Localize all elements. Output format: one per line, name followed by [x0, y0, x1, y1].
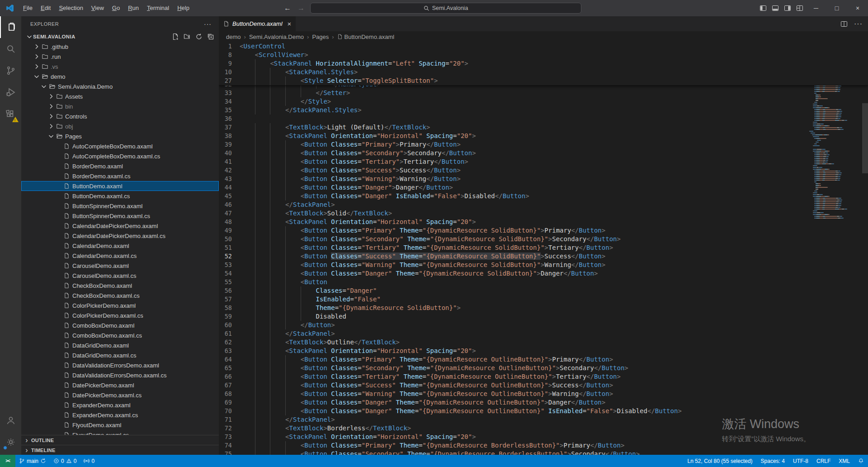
tree-item-.vs[interactable]: .vs	[21, 62, 219, 71]
tree-root[interactable]: SEMI.AVALONIA	[21, 32, 219, 42]
explorer-icon[interactable]	[0, 16, 21, 38]
tree-item-comboboxdemo.axaml[interactable]: ComboBoxDemo.axaml	[21, 320, 219, 330]
tree-item-autocompleteboxdemo.axaml[interactable]: AutoCompleteBoxDemo.axaml	[21, 141, 219, 151]
chevron-spacer	[55, 222, 62, 229]
code-line-68: 68<Button Classes="Warning" Theme="{Dyna…	[219, 390, 868, 398]
refresh-icon[interactable]	[195, 33, 203, 40]
outline-section[interactable]: › OUTLINE	[21, 435, 219, 445]
tree-item-checkboxdemo.axaml[interactable]: CheckBoxDemo.axaml	[21, 281, 219, 291]
toggle-secondary-sidebar-icon[interactable]	[781, 0, 793, 16]
tree-item-obj[interactable]: obj	[21, 121, 219, 131]
tree-item-datagriddemo.axaml.cs[interactable]: DataGridDemo.axaml.cs	[21, 350, 219, 360]
tab-close-icon[interactable]: ×	[288, 20, 292, 28]
menu-go[interactable]: Go	[108, 0, 124, 16]
close-button[interactable]: ×	[847, 0, 868, 16]
tab-buttondemo[interactable]: ButtonDemo.axaml ×	[219, 16, 296, 31]
breadcrumb-item-semi.avalonia.demo[interactable]: Semi.Avalonia.Demo	[249, 33, 304, 40]
tree-item-expanderdemo.axaml[interactable]: ExpanderDemo.axaml	[21, 400, 219, 410]
menu-edit[interactable]: Edit	[37, 0, 55, 16]
menu-view[interactable]: View	[87, 0, 108, 16]
indentation-setting[interactable]: Spaces: 4	[757, 455, 789, 467]
language-mode[interactable]: XML	[835, 455, 854, 467]
tree-item-.github[interactable]: .github	[21, 42, 219, 52]
tree-item-expanderdemo.axaml.cs[interactable]: ExpanderDemo.axaml.cs	[21, 410, 219, 420]
tree-item-datavalidationerrorsdemo.axaml[interactable]: DataValidationErrorsDemo.axaml	[21, 360, 219, 370]
breadcrumb-item-demo[interactable]: demo	[226, 33, 241, 40]
toggle-panel-icon[interactable]	[769, 0, 781, 16]
tree-item-datavalidationerrorsdemo.axaml.cs[interactable]: DataValidationErrorsDemo.axaml.cs	[21, 370, 219, 380]
tree-item-flyoutdemo.axaml[interactable]: FlyoutDemo.axaml	[21, 420, 219, 430]
tree-item-borderdemo.axaml.cs[interactable]: BorderDemo.axaml.cs	[21, 171, 219, 181]
tree-item-checkboxdemo.axaml.cs[interactable]: CheckBoxDemo.axaml.cs	[21, 291, 219, 300]
tree-item-borderdemo.axaml[interactable]: BorderDemo.axaml	[21, 161, 219, 171]
vertical-scrollbar[interactable]	[862, 103, 868, 173]
branch-indicator[interactable]: main	[15, 455, 50, 467]
tree-item-.run[interactable]: .run	[21, 52, 219, 62]
tree-item-autocompleteboxdemo.axaml.cs[interactable]: AutoCompleteBoxDemo.axaml.cs	[21, 151, 219, 161]
tree-item-bin[interactable]: bin	[21, 101, 219, 111]
tree-item-carouseldemo.axaml[interactable]: CarouselDemo.axaml	[21, 261, 219, 271]
customize-layout-icon[interactable]	[793, 0, 806, 16]
new-folder-icon[interactable]	[184, 33, 191, 40]
source-control-icon[interactable]	[0, 60, 21, 81]
eol-setting[interactable]: CRLF	[812, 455, 835, 467]
encoding-setting[interactable]: UTF-8	[789, 455, 812, 467]
menu-help[interactable]: Help	[173, 0, 193, 16]
code-viewport[interactable]: 32</MenuFlyout>33</Setter>34</Style>35</…	[219, 42, 868, 455]
breadcrumb-item-pages[interactable]: Pages	[312, 33, 329, 40]
tree-item-calendardemo.axaml.cs[interactable]: CalendarDemo.axaml.cs	[21, 251, 219, 261]
accounts-icon[interactable]	[0, 410, 21, 431]
cursor-position[interactable]: Ln 52, Col 80 (55 selected)	[684, 455, 757, 467]
menu-run[interactable]: Run	[124, 0, 143, 16]
tree-item-carouseldemo.axaml.cs[interactable]: CarouselDemo.axaml.cs	[21, 271, 219, 281]
tree-item-datepickerdemo.axaml[interactable]: DatePickerDemo.axaml	[21, 380, 219, 390]
tree-item-buttonspinnerdemo.axaml[interactable]: ButtonSpinnerDemo.axaml	[21, 201, 219, 211]
folder-icon	[56, 93, 63, 100]
more-actions-icon[interactable]: ···	[854, 20, 863, 28]
extensions-icon[interactable]	[0, 103, 21, 125]
new-file-icon[interactable]	[172, 33, 179, 40]
collapse-all-icon[interactable]	[207, 33, 214, 40]
forward-arrow-icon[interactable]: →	[297, 4, 305, 12]
tree-item-calendardatepickerdemo.axaml[interactable]: CalendarDatePickerDemo.axaml	[21, 221, 219, 231]
maximize-button[interactable]: □	[826, 0, 847, 16]
line-content: <TextBlock>Light (Default)</TextBlock>	[240, 123, 430, 132]
tree-item-datagriddemo.axaml[interactable]: DataGridDemo.axaml	[21, 340, 219, 350]
breadcrumb-item-buttondemo.axaml[interactable]: ButtonDemo.axaml	[337, 33, 395, 40]
tree-item-calendardatepickerdemo.axaml.cs[interactable]: CalendarDatePickerDemo.axaml.cs	[21, 231, 219, 241]
tree-item-buttondemo.axaml[interactable]: ButtonDemo.axaml	[21, 181, 219, 191]
tree-item-controls[interactable]: Controls	[21, 111, 219, 121]
menu-file[interactable]: File	[19, 0, 37, 16]
toggle-sidebar-icon[interactable]	[757, 0, 769, 16]
remote-indicator[interactable]: ><	[0, 455, 15, 467]
command-center-search[interactable]: Semi.Avalonia	[310, 3, 581, 14]
line-content: <Button Classes="Primary">Primary</Butto…	[240, 140, 461, 149]
run-debug-icon[interactable]	[0, 81, 21, 103]
tree-item-calendardemo.axaml[interactable]: CalendarDemo.axaml	[21, 241, 219, 251]
line-number: 65	[219, 364, 240, 372]
notifications-bell[interactable]	[854, 455, 868, 467]
tree-item-comboboxdemo.axaml.cs[interactable]: ComboBoxDemo.axaml.cs	[21, 330, 219, 340]
tree-item-colorpickerdemo.axaml.cs[interactable]: ColorPickerDemo.axaml.cs	[21, 310, 219, 320]
tree-item-semi.avalonia.demo[interactable]: Semi.Avalonia.Demo	[21, 81, 219, 91]
split-editor-icon[interactable]	[840, 20, 848, 28]
tree-item-pages[interactable]: Pages	[21, 131, 219, 141]
line-number: 37	[219, 123, 240, 132]
tree-item-datepickerdemo.axaml.cs[interactable]: DatePickerDemo.axaml.cs	[21, 390, 219, 400]
menu-terminal[interactable]: Terminal	[143, 0, 173, 16]
settings-gear-icon[interactable]	[0, 431, 21, 453]
back-arrow-icon[interactable]: ←	[284, 4, 291, 12]
settings-badge	[3, 446, 7, 450]
timeline-section[interactable]: › TIMELINE	[21, 445, 219, 455]
tree-item-colorpickerdemo.axaml[interactable]: ColorPickerDemo.axaml	[21, 300, 219, 310]
tree-item-buttonspinnerdemo.axaml.cs[interactable]: ButtonSpinnerDemo.axaml.cs	[21, 211, 219, 221]
minimize-button[interactable]: ─	[806, 0, 826, 16]
ports-indicator[interactable]: 0	[80, 455, 98, 467]
tree-item-assets[interactable]: Assets	[21, 91, 219, 101]
search-view-icon[interactable]	[0, 38, 21, 60]
tree-item-demo[interactable]: demo	[21, 71, 219, 81]
menu-selection[interactable]: Selection	[55, 0, 87, 16]
sidebar-more-actions-icon[interactable]: ···	[204, 20, 212, 28]
tree-item-buttondemo.axaml.cs[interactable]: ButtonDemo.axaml.cs	[21, 191, 219, 201]
problems-indicator[interactable]: 0 0	[50, 455, 80, 467]
